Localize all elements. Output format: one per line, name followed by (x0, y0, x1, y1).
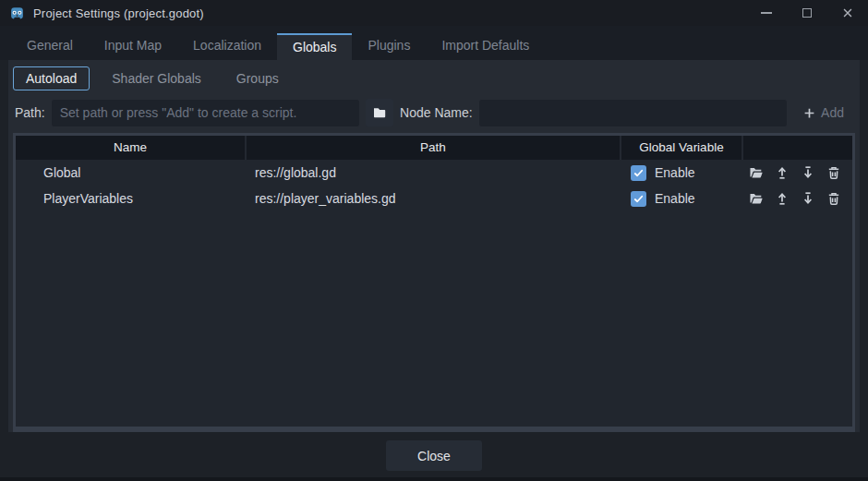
window-title: Project Settings (project.godot) (33, 6, 204, 20)
table-header-row: Name Path Global Variable (16, 136, 852, 160)
tab-localization[interactable]: Localization (177, 33, 277, 60)
subtab-shader-globals[interactable]: Shader Globals (99, 66, 214, 90)
maximize-icon (802, 8, 812, 18)
folder-icon (372, 105, 387, 120)
arrow-up-icon (775, 191, 790, 206)
table-row[interactable]: PlayerVariables res://player_variables.g… (16, 186, 852, 211)
open-script-button[interactable] (749, 191, 764, 206)
column-header-path: Path (247, 136, 621, 160)
autoload-path: res://player_variables.gd (247, 191, 621, 206)
delete-autoload-button[interactable] (826, 191, 841, 206)
close-dialog-button[interactable]: Close (386, 440, 482, 471)
column-header-actions (743, 136, 852, 160)
enable-checkbox[interactable] (631, 191, 646, 207)
tab-general[interactable]: General (11, 33, 89, 60)
globals-subtab-bar: Autoload Shader Globals Groups (13, 66, 855, 90)
move-up-button[interactable] (775, 191, 790, 206)
global-variable-cell: Enable (621, 165, 743, 181)
open-script-button[interactable] (749, 165, 764, 180)
add-autoload-button[interactable]: Add (793, 99, 853, 126)
trash-icon (826, 165, 841, 180)
enable-label: Enable (655, 191, 695, 206)
autoload-name: PlayerVariables (16, 191, 247, 206)
tab-plugins[interactable]: Plugins (352, 33, 426, 60)
move-up-button[interactable] (775, 165, 790, 180)
folder-open-icon (749, 165, 764, 180)
global-variable-cell: Enable (621, 191, 743, 207)
settings-tab-bar: General Input Map Localization Globals P… (0, 26, 868, 60)
check-icon (633, 167, 645, 179)
enable-label: Enable (655, 165, 695, 180)
move-down-button[interactable] (801, 165, 815, 180)
column-header-name: Name (16, 136, 247, 160)
move-down-button[interactable] (801, 191, 815, 206)
autoload-table: Name Path Global Variable Global res://g… (13, 133, 855, 432)
tab-input-map[interactable]: Input Map (89, 33, 177, 60)
autoload-path: res://global.gd (247, 165, 621, 180)
plus-icon (802, 106, 816, 120)
row-actions (743, 165, 852, 180)
enable-checkbox[interactable] (631, 165, 646, 181)
delete-autoload-button[interactable] (826, 165, 841, 180)
globals-panel: Autoload Shader Globals Groups Path: Nod… (8, 60, 860, 432)
trash-icon (826, 191, 841, 206)
path-input[interactable] (52, 100, 359, 126)
folder-open-icon (749, 191, 764, 206)
minimize-icon (761, 12, 772, 14)
add-button-label: Add (821, 105, 844, 120)
minimize-button[interactable] (757, 4, 776, 22)
tab-import-defaults[interactable]: Import Defaults (426, 33, 545, 60)
arrow-up-icon (775, 165, 790, 180)
arrow-down-icon (801, 191, 815, 206)
tab-globals[interactable]: Globals (277, 33, 352, 60)
autoload-toolbar: Path: Node Name: Add (15, 99, 853, 126)
node-name-label: Node Name: (400, 105, 473, 120)
godot-logo-icon (9, 6, 25, 21)
maximize-button[interactable] (798, 4, 816, 22)
browse-path-button[interactable] (366, 99, 393, 126)
node-name-input[interactable] (479, 100, 787, 126)
subtab-groups[interactable]: Groups (223, 66, 292, 90)
row-actions (743, 191, 852, 206)
titlebar: Project Settings (project.godot) (0, 0, 868, 26)
window-controls (757, 4, 857, 22)
arrow-down-icon (801, 165, 815, 180)
dialog-footer: Close (0, 432, 868, 481)
close-icon (841, 6, 854, 19)
project-settings-dialog: Project Settings (project.godot) General… (0, 0, 868, 481)
column-header-global-variable: Global Variable (621, 136, 743, 160)
subtab-autoload[interactable]: Autoload (13, 66, 90, 90)
close-window-button[interactable] (838, 4, 857, 22)
autoload-name: Global (16, 165, 247, 180)
table-row[interactable]: Global res://global.gd Enable (16, 160, 852, 186)
path-label: Path: (15, 105, 45, 120)
check-icon (633, 193, 645, 205)
